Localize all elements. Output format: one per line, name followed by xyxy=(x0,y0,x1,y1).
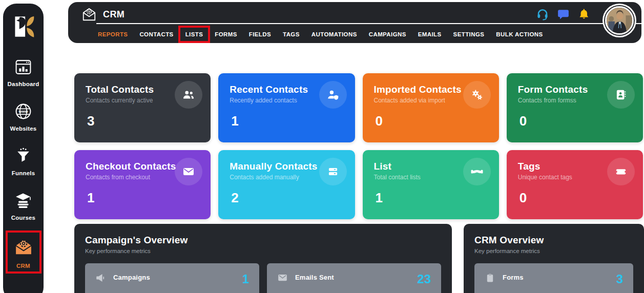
ticket-icon xyxy=(607,158,635,185)
envelope-gear-icon xyxy=(81,7,97,22)
app-logo[interactable] xyxy=(9,12,38,41)
sidebar-item-label: Funnels xyxy=(12,170,35,176)
tab-bulk-actions[interactable]: BULK ACTIONS xyxy=(496,31,543,37)
header-divider xyxy=(96,23,641,24)
user-shield-icon xyxy=(319,81,347,109)
card-value: 1 xyxy=(230,113,343,129)
tab-campaigns[interactable]: CAMPAIGNS xyxy=(369,31,406,37)
bird-leaf-logo xyxy=(9,12,38,41)
panel-title: Campaign's Overview xyxy=(85,235,441,246)
sidebar-item-label: Courses xyxy=(11,215,35,221)
panel-subtitle: Key performance metrics xyxy=(85,248,441,254)
sidebar-item-courses[interactable]: Courses xyxy=(11,192,35,221)
metric-row-forms: Forms 3 xyxy=(474,263,633,293)
envelope-icon xyxy=(277,273,288,283)
bell-icon[interactable] xyxy=(577,8,590,21)
tab-emails[interactable]: EMAILS xyxy=(418,31,442,37)
clipboard-icon xyxy=(485,273,495,283)
card-value: 0 xyxy=(518,113,632,129)
sidebar-item-label: Dashboard xyxy=(8,81,39,87)
card-value: 0 xyxy=(374,113,488,129)
metric-value: 23 xyxy=(417,272,431,286)
sidebar-nav: Dashboard www Websites xyxy=(8,59,39,268)
panel-subtitle: Key performance metrics xyxy=(474,248,633,254)
metric-rows: Forms 3 xyxy=(474,263,633,293)
funnel-icon xyxy=(14,147,32,167)
stat-card-checkout-contacts: Checkout Contacts Contacts from checkout… xyxy=(74,150,211,219)
tab-reports[interactable]: REPORTS xyxy=(98,31,128,37)
annotation-box-crm: CRM xyxy=(6,231,41,274)
page-title: CRM xyxy=(103,9,124,20)
metric-rows: Campaigns 1 Emails Sent 23 xyxy=(85,263,441,293)
tab-tags[interactable]: TAGS xyxy=(283,31,300,37)
stat-card-recent-contacts: Recent Contacts Recently added contacts … xyxy=(218,73,355,142)
tab-contacts[interactable]: CONTACTS xyxy=(139,31,173,37)
sidebar-item-crm[interactable]: CRM xyxy=(12,236,35,269)
tab-automations[interactable]: AUTOMATIONS xyxy=(311,31,357,37)
tab-fields[interactable]: FIELDS xyxy=(249,31,271,37)
stat-card-list: List Total contact lists 1 xyxy=(363,150,499,219)
metric-value: 3 xyxy=(616,272,623,286)
svg-text:www: www xyxy=(18,109,28,114)
globe-www-icon: www xyxy=(14,102,32,122)
stat-card-tags: Tags Unique contact tags 0 xyxy=(507,150,643,219)
card-value: 3 xyxy=(86,113,199,129)
crm-overview-panel: CRM Overview Key performance metrics For… xyxy=(464,224,644,293)
metric-row-campaigns: Campaigns 1 xyxy=(85,263,259,293)
headset-icon[interactable] xyxy=(536,8,549,21)
panel-title: CRM Overview xyxy=(474,235,633,246)
sidebar-item-label: CRM xyxy=(16,263,30,269)
chat-icon[interactable] xyxy=(557,8,570,21)
campaigns-overview-panel: Campaign's Overview Key performance metr… xyxy=(74,224,452,293)
app-breadcrumb: CRM xyxy=(81,7,124,22)
users-icon xyxy=(175,81,202,109)
tab-lists[interactable]: LISTS xyxy=(185,31,203,37)
stat-card-form-contacts: Form Contacts Contacts from formss 0 xyxy=(507,73,643,142)
user-avatar[interactable] xyxy=(605,6,634,35)
card-value: 1 xyxy=(86,190,199,206)
annotation-box-lists: LISTS xyxy=(178,26,211,43)
envelope-icon xyxy=(175,158,202,185)
stat-card-total-contacts: Total Contacts Contacts currently active… xyxy=(74,73,211,142)
header-icon-group xyxy=(536,8,590,21)
sidebar-item-websites[interactable]: www Websites xyxy=(10,102,37,132)
card-value: 2 xyxy=(230,190,343,206)
metric-label: Forms xyxy=(503,274,524,281)
crm-tab-bar: REPORTS CONTACTS LISTS FORMS FIELDS TAGS… xyxy=(98,28,543,41)
sidebar-item-label: Websites xyxy=(10,125,37,132)
sidebar: Dashboard www Websites xyxy=(3,4,44,293)
card-value: 1 xyxy=(374,190,488,206)
tab-settings[interactable]: SETTINGS xyxy=(453,31,485,37)
stat-cards-grid: Total Contacts Contacts currently active… xyxy=(74,73,643,219)
sidebar-item-funnels[interactable]: Funnels xyxy=(12,147,35,176)
gears-icon xyxy=(463,81,491,109)
metric-label: Emails Sent xyxy=(295,274,334,281)
sidebar-item-dashboard[interactable]: Dashboard xyxy=(8,59,39,87)
top-header: CRM REPORTS CONTACTS LISTS FORMS FIELDS … xyxy=(68,2,641,43)
tab-forms[interactable]: FORMS xyxy=(215,31,237,37)
graduation-books-icon xyxy=(14,192,32,212)
metric-label: Campaigns xyxy=(113,274,150,281)
dashboard-icon xyxy=(14,59,32,78)
stat-card-manually-contacts: Manually Contacts Contacts added manuall… xyxy=(218,150,355,219)
card-value: 0 xyxy=(518,190,632,206)
handshake-icon xyxy=(463,158,491,185)
envelope-gear-icon xyxy=(12,236,35,260)
metric-row-emails-sent: Emails Sent 23 xyxy=(267,263,441,293)
server-rows-icon xyxy=(319,158,347,185)
metric-value: 1 xyxy=(242,272,249,286)
stat-card-imported-contacts: Imported Contacts Contacts added via imp… xyxy=(363,73,499,142)
megaphone-icon xyxy=(95,273,106,283)
contact-card-icon xyxy=(607,81,635,109)
